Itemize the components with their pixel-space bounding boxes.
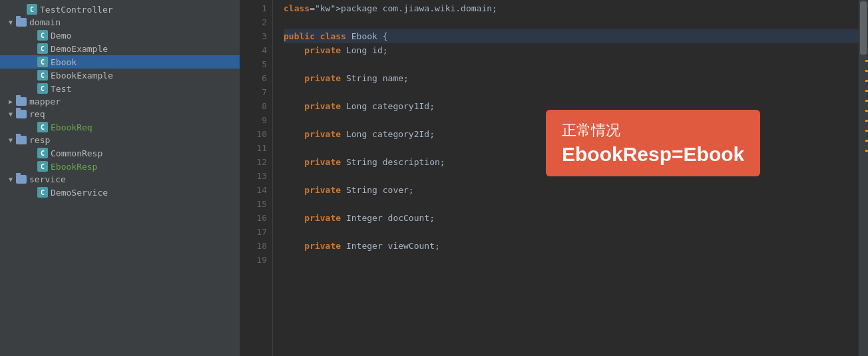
scrollbar-mark [865,70,868,72]
file-tree[interactable]: CTestController▼domainCDemoCDemoExampleC… [0,0,240,356]
scrollbar-mark [865,90,868,92]
line-number: 6 [240,71,267,85]
sidebar-item-ebookresp[interactable]: CEbookResp [0,160,240,173]
item-label: EbookExample [51,71,240,81]
line-number: 4 [240,43,267,57]
folder-icon [16,136,27,144]
class-icon: C [37,30,48,41]
code-line [284,113,859,127]
folder-icon [16,175,27,184]
tree-arrow: ▶ [5,98,16,105]
class-icon: C [27,4,37,15]
line-number: 9 [240,113,267,127]
tree-arrow: ▼ [5,176,16,183]
scrollbar-mark [865,80,868,82]
folder-icon [16,18,27,27]
item-label: EbookResp [51,162,240,172]
scrollbar-mark [865,120,868,122]
code-line [284,141,859,155]
scrollbar-mark [865,110,868,112]
sidebar-item-commonresp[interactable]: CCommonResp [0,146,240,160]
line-number: 10 [240,127,267,141]
sidebar-item-test[interactable]: CTest [0,82,240,95]
line-number: 16 [240,211,267,225]
line-number: 14 [240,183,267,197]
item-label: resp [29,135,240,145]
item-label: mapper [29,96,240,106]
class-icon: C [37,148,48,158]
scrollbar-mark [865,130,868,132]
code-editor: 12345678910111213141516171819 class="kw"… [240,0,868,356]
class-icon: C [37,187,48,198]
class-icon: C [37,43,48,54]
line-number: 11 [240,141,267,155]
code-line: private String name; [284,71,859,85]
class-icon: C [37,83,48,94]
item-label: Demo [51,31,240,41]
line-number: 15 [240,197,267,211]
line-number: 5 [240,57,267,71]
code-line [284,253,859,267]
code-content: class="kw">package com.jiawa.wiki.domain… [273,0,859,356]
line-number: 18 [240,239,267,253]
item-label: TestController [40,5,240,15]
code-line: class="kw">package com.jiawa.wiki.domain… [284,1,859,15]
scrollbar-mark [865,60,868,62]
sidebar-item-demo[interactable]: CDemo [0,29,240,42]
item-label: req [29,109,240,119]
item-label: Test [51,84,240,94]
scrollbar-mark [865,150,868,152]
code-line [284,169,859,183]
sidebar-item-req-folder[interactable]: ▼req [0,108,240,120]
code-line [284,85,859,99]
tree-arrow: ▼ [5,110,16,118]
code-line [284,197,859,211]
sidebar-item-service-folder[interactable]: ▼service [0,173,240,186]
sidebar-item-ebookexample[interactable]: CEbookExample [0,69,240,82]
line-number: 8 [240,99,267,113]
item-label: CommonResp [51,148,240,158]
code-line: private Long id; [284,43,859,57]
item-label: EbookReq [51,122,240,132]
tree-arrow: ▼ [5,19,16,26]
code-line: private String cover; [284,183,859,197]
item-label: Ebook [51,57,240,67]
item-label: domain [29,17,240,27]
item-label: service [29,174,240,184]
sidebar-item-demoservice[interactable]: CDemoService [0,186,240,199]
scrollbar-thumb[interactable] [860,1,867,55]
sidebar-item-resp-folder[interactable]: ▼resp [0,134,240,146]
line-number: 3 [240,29,267,43]
vertical-scrollbar[interactable] [859,0,868,356]
line-number: 12 [240,155,267,169]
tree-arrow: ▼ [5,136,16,144]
class-icon: C [37,122,48,132]
line-number: 17 [240,225,267,239]
folder-icon [16,97,27,106]
code-line: private Integer docCount; [284,211,859,225]
sidebar-item-domain-folder[interactable]: ▼domain [0,16,240,29]
code-line: private Long category1Id; [284,99,859,113]
sidebar-item-ebookreq[interactable]: CEbookReq [0,120,240,134]
code-line: public class Ebook { [284,29,859,43]
code-line: private Long category2Id; [284,127,859,141]
line-number: 2 [240,15,267,29]
sidebar-item-demoexample[interactable]: CDemoExample [0,42,240,55]
sidebar-item-ebook[interactable]: CEbook [0,55,240,69]
item-label: DemoService [51,188,240,198]
code-line: private Integer viewCount; [284,239,859,253]
line-number: 1 [240,1,267,15]
folder-icon [16,110,27,118]
item-label: DemoExample [51,44,240,54]
class-icon: C [37,161,48,172]
scrollbar-mark [865,140,868,142]
code-line: private String description; [284,155,859,169]
class-icon: C [37,57,48,67]
sidebar-item-mapper-folder[interactable]: ▶mapper [0,95,240,108]
line-number: 19 [240,253,267,267]
class-icon: C [37,70,48,81]
sidebar-item-testcontroller[interactable]: CTestController [0,3,240,16]
code-line [284,225,859,239]
code-line [284,15,859,29]
line-numbers: 12345678910111213141516171819 [240,0,273,356]
